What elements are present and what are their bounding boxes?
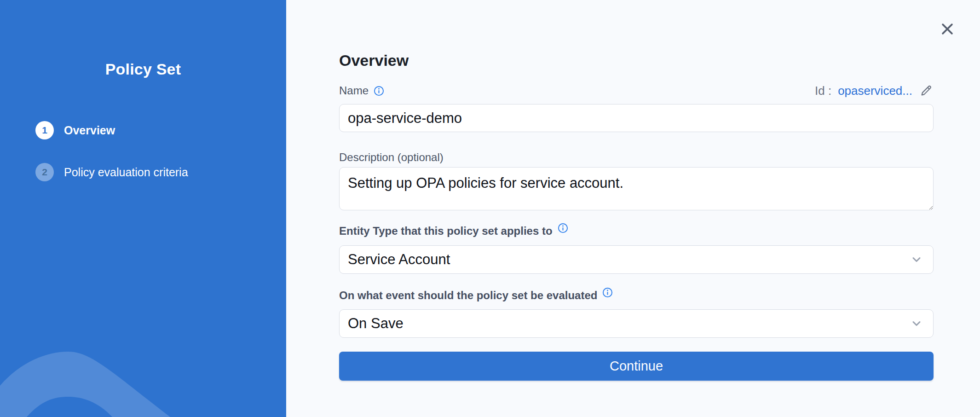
evaluation-event-label: On what event should the policy set be e…	[339, 289, 613, 302]
description-label: Description (optional)	[339, 151, 444, 164]
continue-button[interactable]: Continue	[339, 352, 934, 381]
entity-type-select[interactable]: Service Account	[339, 245, 934, 274]
entity-type-label: Entity Type that this policy set applies…	[339, 225, 568, 237]
id-display: Id : opaserviced...	[815, 83, 934, 98]
close-button[interactable]	[939, 20, 956, 38]
evaluation-event-selected-value: On Save	[348, 315, 404, 332]
name-label: Name	[339, 84, 384, 97]
name-label-text: Name	[339, 84, 369, 97]
step-2-label: Policy evaluation criteria	[64, 166, 188, 179]
edit-id-button[interactable]	[919, 83, 934, 98]
name-label-row: Name Id : opaserviced...	[339, 83, 934, 98]
id-prefix: Id :	[815, 84, 831, 98]
chevron-down-icon	[910, 317, 923, 330]
step-overview[interactable]: 1 Overview	[35, 121, 188, 139]
entity-type-label-text: Entity Type that this policy set applies…	[339, 225, 553, 237]
id-value-link[interactable]: opaserviced...	[838, 84, 912, 98]
step-1-label: Overview	[64, 124, 115, 137]
step-1-badge: 1	[35, 121, 54, 139]
entity-type-label-row: Entity Type that this policy set applies…	[339, 225, 934, 237]
info-icon[interactable]	[602, 287, 613, 298]
chevron-down-icon	[910, 253, 923, 266]
name-input[interactable]	[339, 104, 934, 132]
policy-set-modal: Policy Set 1 Overview 2 Policy evaluatio…	[0, 0, 980, 417]
description-label-row: Description (optional)	[339, 151, 934, 164]
edit-pencil-icon	[919, 84, 933, 98]
evaluation-event-label-text: On what event should the policy set be e…	[339, 289, 597, 302]
overview-panel: Overview Name Id : opaserviced...	[286, 0, 980, 417]
info-icon[interactable]	[558, 223, 568, 233]
info-icon[interactable]	[374, 86, 384, 96]
close-icon	[940, 21, 955, 37]
sidebar: Policy Set 1 Overview 2 Policy evaluatio…	[0, 0, 286, 417]
form-content: Overview Name Id : opaserviced...	[339, 0, 934, 417]
entity-type-selected-value: Service Account	[348, 251, 450, 268]
description-textarea[interactable]: Setting up OPA policies for service acco…	[339, 167, 934, 210]
step-2-badge: 2	[35, 163, 54, 181]
step-policy-evaluation-criteria[interactable]: 2 Policy evaluation criteria	[35, 163, 188, 181]
evaluation-event-select[interactable]: On Save	[339, 309, 934, 338]
sidebar-title: Policy Set	[0, 60, 286, 78]
evaluation-event-label-row: On what event should the policy set be e…	[339, 289, 934, 302]
step-list: 1 Overview 2 Policy evaluation criteria	[35, 121, 188, 181]
wave-decoration	[0, 339, 286, 417]
page-title: Overview	[339, 52, 409, 70]
